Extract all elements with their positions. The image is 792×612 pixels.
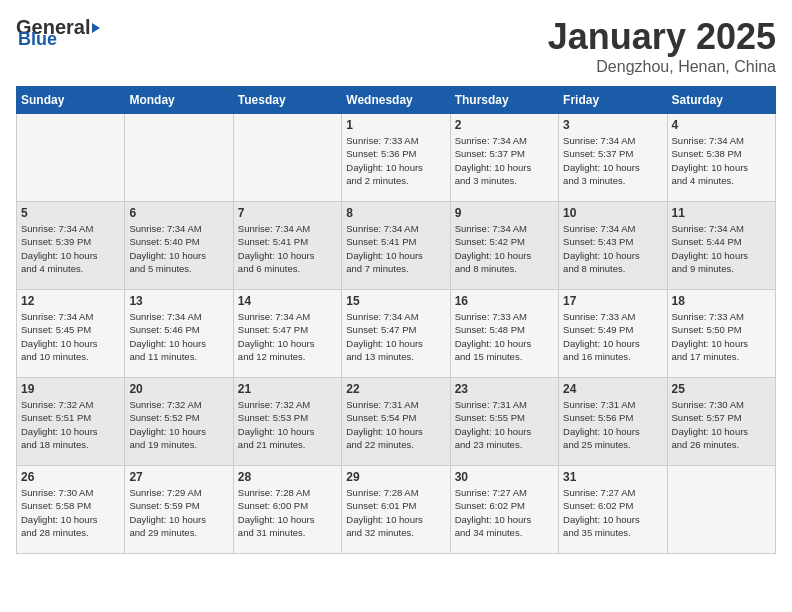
- day-info: Sunrise: 7:34 AMSunset: 5:41 PMDaylight:…: [238, 222, 337, 275]
- table-cell: [17, 114, 125, 202]
- table-cell: [667, 466, 775, 554]
- day-info: Sunrise: 7:34 AMSunset: 5:39 PMDaylight:…: [21, 222, 120, 275]
- day-number: 17: [563, 294, 662, 308]
- day-number: 7: [238, 206, 337, 220]
- day-number: 25: [672, 382, 771, 396]
- day-number: 1: [346, 118, 445, 132]
- table-cell: 7Sunrise: 7:34 AMSunset: 5:41 PMDaylight…: [233, 202, 341, 290]
- week-row-1: 1Sunrise: 7:33 AMSunset: 5:36 PMDaylight…: [17, 114, 776, 202]
- table-cell: 14Sunrise: 7:34 AMSunset: 5:47 PMDayligh…: [233, 290, 341, 378]
- calendar-header-row: Sunday Monday Tuesday Wednesday Thursday…: [17, 87, 776, 114]
- day-info: Sunrise: 7:34 AMSunset: 5:37 PMDaylight:…: [455, 134, 554, 187]
- day-info: Sunrise: 7:34 AMSunset: 5:47 PMDaylight:…: [346, 310, 445, 363]
- page-header: General Blue January 2025 Dengzhou, Hena…: [16, 16, 776, 76]
- table-cell: 31Sunrise: 7:27 AMSunset: 6:02 PMDayligh…: [559, 466, 667, 554]
- day-info: Sunrise: 7:27 AMSunset: 6:02 PMDaylight:…: [563, 486, 662, 539]
- table-cell: 6Sunrise: 7:34 AMSunset: 5:40 PMDaylight…: [125, 202, 233, 290]
- day-info: Sunrise: 7:34 AMSunset: 5:43 PMDaylight:…: [563, 222, 662, 275]
- table-cell: 26Sunrise: 7:30 AMSunset: 5:58 PMDayligh…: [17, 466, 125, 554]
- day-number: 5: [21, 206, 120, 220]
- day-info: Sunrise: 7:34 AMSunset: 5:47 PMDaylight:…: [238, 310, 337, 363]
- day-number: 13: [129, 294, 228, 308]
- calendar-table: Sunday Monday Tuesday Wednesday Thursday…: [16, 86, 776, 554]
- day-number: 6: [129, 206, 228, 220]
- day-info: Sunrise: 7:33 AMSunset: 5:48 PMDaylight:…: [455, 310, 554, 363]
- day-number: 20: [129, 382, 228, 396]
- day-number: 15: [346, 294, 445, 308]
- day-info: Sunrise: 7:33 AMSunset: 5:50 PMDaylight:…: [672, 310, 771, 363]
- col-sunday: Sunday: [17, 87, 125, 114]
- day-info: Sunrise: 7:31 AMSunset: 5:54 PMDaylight:…: [346, 398, 445, 451]
- day-info: Sunrise: 7:34 AMSunset: 5:44 PMDaylight:…: [672, 222, 771, 275]
- day-number: 2: [455, 118, 554, 132]
- day-info: Sunrise: 7:31 AMSunset: 5:55 PMDaylight:…: [455, 398, 554, 451]
- day-info: Sunrise: 7:31 AMSunset: 5:56 PMDaylight:…: [563, 398, 662, 451]
- day-info: Sunrise: 7:28 AMSunset: 6:01 PMDaylight:…: [346, 486, 445, 539]
- day-number: 12: [21, 294, 120, 308]
- week-row-3: 12Sunrise: 7:34 AMSunset: 5:45 PMDayligh…: [17, 290, 776, 378]
- table-cell: 15Sunrise: 7:34 AMSunset: 5:47 PMDayligh…: [342, 290, 450, 378]
- day-number: 28: [238, 470, 337, 484]
- day-info: Sunrise: 7:32 AMSunset: 5:52 PMDaylight:…: [129, 398, 228, 451]
- day-info: Sunrise: 7:29 AMSunset: 5:59 PMDaylight:…: [129, 486, 228, 539]
- day-number: 3: [563, 118, 662, 132]
- table-cell: 18Sunrise: 7:33 AMSunset: 5:50 PMDayligh…: [667, 290, 775, 378]
- table-cell: 2Sunrise: 7:34 AMSunset: 5:37 PMDaylight…: [450, 114, 558, 202]
- col-wednesday: Wednesday: [342, 87, 450, 114]
- day-number: 4: [672, 118, 771, 132]
- table-cell: 24Sunrise: 7:31 AMSunset: 5:56 PMDayligh…: [559, 378, 667, 466]
- title-area: January 2025 Dengzhou, Henan, China: [548, 16, 776, 76]
- table-cell: 23Sunrise: 7:31 AMSunset: 5:55 PMDayligh…: [450, 378, 558, 466]
- table-cell: 21Sunrise: 7:32 AMSunset: 5:53 PMDayligh…: [233, 378, 341, 466]
- day-info: Sunrise: 7:33 AMSunset: 5:36 PMDaylight:…: [346, 134, 445, 187]
- table-cell: 17Sunrise: 7:33 AMSunset: 5:49 PMDayligh…: [559, 290, 667, 378]
- day-number: 21: [238, 382, 337, 396]
- table-cell: 29Sunrise: 7:28 AMSunset: 6:01 PMDayligh…: [342, 466, 450, 554]
- logo: General Blue: [16, 16, 100, 50]
- table-cell: 19Sunrise: 7:32 AMSunset: 5:51 PMDayligh…: [17, 378, 125, 466]
- col-monday: Monday: [125, 87, 233, 114]
- day-info: Sunrise: 7:34 AMSunset: 5:42 PMDaylight:…: [455, 222, 554, 275]
- day-info: Sunrise: 7:34 AMSunset: 5:45 PMDaylight:…: [21, 310, 120, 363]
- calendar-title: January 2025: [548, 16, 776, 58]
- day-info: Sunrise: 7:33 AMSunset: 5:49 PMDaylight:…: [563, 310, 662, 363]
- day-number: 22: [346, 382, 445, 396]
- day-info: Sunrise: 7:30 AMSunset: 5:57 PMDaylight:…: [672, 398, 771, 451]
- day-info: Sunrise: 7:32 AMSunset: 5:53 PMDaylight:…: [238, 398, 337, 451]
- table-cell: 12Sunrise: 7:34 AMSunset: 5:45 PMDayligh…: [17, 290, 125, 378]
- day-number: 29: [346, 470, 445, 484]
- day-number: 11: [672, 206, 771, 220]
- table-cell: 1Sunrise: 7:33 AMSunset: 5:36 PMDaylight…: [342, 114, 450, 202]
- table-cell: 22Sunrise: 7:31 AMSunset: 5:54 PMDayligh…: [342, 378, 450, 466]
- table-cell: 8Sunrise: 7:34 AMSunset: 5:41 PMDaylight…: [342, 202, 450, 290]
- col-thursday: Thursday: [450, 87, 558, 114]
- col-friday: Friday: [559, 87, 667, 114]
- table-cell: 4Sunrise: 7:34 AMSunset: 5:38 PMDaylight…: [667, 114, 775, 202]
- day-number: 23: [455, 382, 554, 396]
- table-cell: 28Sunrise: 7:28 AMSunset: 6:00 PMDayligh…: [233, 466, 341, 554]
- table-cell: 20Sunrise: 7:32 AMSunset: 5:52 PMDayligh…: [125, 378, 233, 466]
- day-number: 10: [563, 206, 662, 220]
- day-number: 14: [238, 294, 337, 308]
- table-cell: 5Sunrise: 7:34 AMSunset: 5:39 PMDaylight…: [17, 202, 125, 290]
- table-cell: 13Sunrise: 7:34 AMSunset: 5:46 PMDayligh…: [125, 290, 233, 378]
- logo-blue-text: Blue: [18, 29, 57, 50]
- table-cell: 27Sunrise: 7:29 AMSunset: 5:59 PMDayligh…: [125, 466, 233, 554]
- day-number: 8: [346, 206, 445, 220]
- day-info: Sunrise: 7:30 AMSunset: 5:58 PMDaylight:…: [21, 486, 120, 539]
- table-cell: [125, 114, 233, 202]
- week-row-4: 19Sunrise: 7:32 AMSunset: 5:51 PMDayligh…: [17, 378, 776, 466]
- table-cell: [233, 114, 341, 202]
- week-row-5: 26Sunrise: 7:30 AMSunset: 5:58 PMDayligh…: [17, 466, 776, 554]
- day-number: 24: [563, 382, 662, 396]
- table-cell: 9Sunrise: 7:34 AMSunset: 5:42 PMDaylight…: [450, 202, 558, 290]
- day-info: Sunrise: 7:34 AMSunset: 5:46 PMDaylight:…: [129, 310, 228, 363]
- day-info: Sunrise: 7:34 AMSunset: 5:37 PMDaylight:…: [563, 134, 662, 187]
- calendar-subtitle: Dengzhou, Henan, China: [548, 58, 776, 76]
- week-row-2: 5Sunrise: 7:34 AMSunset: 5:39 PMDaylight…: [17, 202, 776, 290]
- table-cell: 10Sunrise: 7:34 AMSunset: 5:43 PMDayligh…: [559, 202, 667, 290]
- col-saturday: Saturday: [667, 87, 775, 114]
- col-tuesday: Tuesday: [233, 87, 341, 114]
- day-number: 26: [21, 470, 120, 484]
- day-info: Sunrise: 7:34 AMSunset: 5:38 PMDaylight:…: [672, 134, 771, 187]
